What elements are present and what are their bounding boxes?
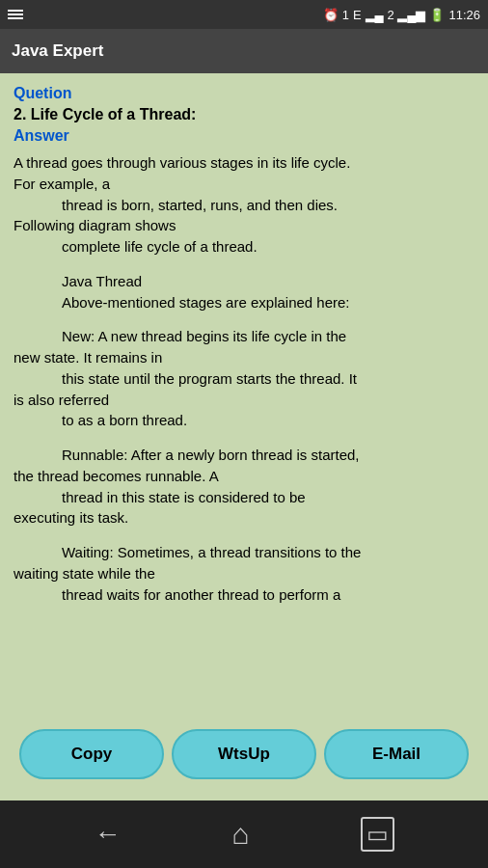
answer-label: Answer [14,127,474,145]
question-title: 2. Life Cycle of a Thread: [14,106,474,123]
paragraph-2: Java Thread Above-mentioned stages are e… [14,271,474,313]
signal-indicator: 1 [342,8,349,22]
title-bar: Java Expert [0,29,488,73]
copy-button[interactable]: Copy [19,729,164,779]
wtsup-button[interactable]: WtsUp [172,729,316,779]
content-area: Quetion 2. Life Cycle of a Thread: Answe… [14,85,474,719]
status-right: ⏰ 1 E ▂▄ 2 ▂▄▆ 🔋 11:26 [323,8,480,22]
email-button[interactable]: E-Mail [324,729,469,779]
paragraph-4: Runnable: After a newly born thread is s… [14,445,474,529]
paragraph-5: Waiting: Sometimes, a thread transitions… [14,542,474,605]
app-title: Java Expert [12,41,103,61]
back-button[interactable]: ← [94,819,121,850]
signal-bars: ▂▄ 2 ▂▄▆ [366,8,426,22]
paragraph-1: A thread goes through various stages in … [14,152,474,258]
recent-apps-button[interactable]: ▭ [361,817,394,852]
time-display: 11:26 [448,8,480,22]
nav-bar: ← ⌂ ▭ [0,800,488,868]
status-bar: ⏰ 1 E ▂▄ 2 ▂▄▆ 🔋 11:26 [0,0,488,29]
alarm-icon: ⏰ [323,8,339,22]
network-type: E [353,8,362,22]
status-left [8,10,25,19]
question-label: Quetion [14,85,474,102]
main-content: Quetion 2. Life Cycle of a Thread: Answe… [0,73,488,800]
battery-icon: 🔋 [429,8,445,22]
hamburger-icon [8,10,23,19]
paragraph-3: New: A new thread begins its life cycle … [14,326,474,431]
content-text: A thread goes through various stages in … [14,152,474,605]
home-button[interactable]: ⌂ [231,818,249,851]
bottom-buttons: Copy WtsUp E-Mail [14,719,474,789]
